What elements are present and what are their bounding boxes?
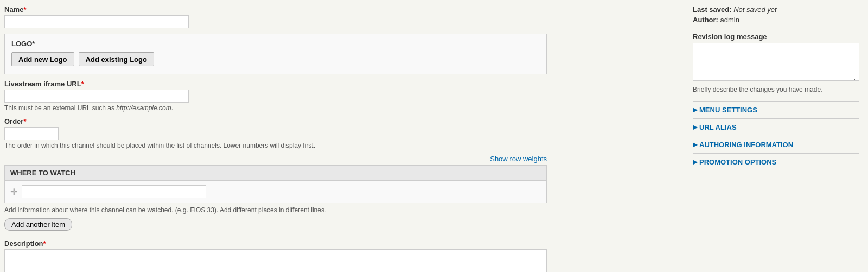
menu-settings-toggle[interactable]: ▶ MENU SETTINGS [693,106,859,114]
authoring-information-toggle[interactable]: ▶ AUTHORING INFORMATION [693,141,859,149]
add-new-logo-button[interactable]: Add new Logo [11,52,74,66]
add-another-item-button[interactable]: Add another item [4,218,72,231]
authoring-information-label: AUTHORING INFORMATION [699,141,793,149]
description-required: * [43,239,46,248]
author-label: Author: [693,16,718,24]
name-label-text: Name [4,5,23,14]
where-to-watch-row: ✛ [5,181,546,203]
logo-title-text: LOGO [11,40,32,48]
authoring-information-triangle: ▶ [693,141,697,148]
sidebar: Last saved: Not saved yet Author: admin … [684,0,868,272]
order-field-group: Order* 0 The order in which this channel… [4,117,675,149]
order-required: * [23,117,26,125]
logo-required: * [32,40,35,48]
name-required: * [23,5,26,14]
url-alias-section: ▶ URL ALIAS [693,118,859,136]
author-value: admin [720,16,739,24]
name-label: Name* [4,5,675,14]
add-existing-logo-button[interactable]: Add existing Logo [79,52,154,66]
livestream-required: * [81,80,84,88]
url-alias-label: URL ALIAS [699,123,737,131]
last-saved-line: Last saved: Not saved yet [693,5,859,14]
order-label: Order* [4,117,675,125]
promotion-options-label: PROMOTION OPTIONS [699,158,776,166]
last-saved-value: Not saved yet [733,5,777,14]
menu-settings-section: ▶ MENU SETTINGS [693,101,859,118]
menu-settings-label: MENU SETTINGS [699,106,757,114]
livestream-help-end: . [171,104,173,112]
order-label-text: Order [4,117,23,125]
livestream-input[interactable] [4,90,189,103]
livestream-help-example: http://example.com [116,104,171,112]
show-row-weights-container: Show row weights [4,155,547,163]
url-alias-triangle: ▶ [693,124,697,131]
logo-section: LOGO* Add new Logo Add existing Logo [4,34,547,74]
where-to-watch-header: WHERE TO WATCH [5,166,546,181]
logo-section-title: LOGO* [11,40,540,48]
description-field-group: Description* [4,239,675,272]
livestream-label-text: Livestream iframe URL [4,80,81,88]
authoring-information-section: ▶ AUTHORING INFORMATION [693,136,859,153]
sidebar-meta: Last saved: Not saved yet Author: admin [693,5,859,24]
livestream-label: Livestream iframe URL* [4,80,675,88]
where-to-watch-section: WHERE TO WATCH ✛ [4,165,547,203]
where-to-watch-input[interactable] [22,185,206,198]
revision-log-section: Revision log message Briefly describe th… [693,33,859,93]
order-help: The order in which this channel should b… [4,142,675,149]
livestream-help-text: This must be an external URL such as [4,104,116,112]
url-alias-toggle[interactable]: ▶ URL ALIAS [693,123,859,131]
livestream-help: This must be an external URL such as htt… [4,104,675,112]
description-textarea[interactable] [4,249,547,272]
revision-log-help: Briefly describe the changes you have ma… [693,86,859,93]
promotion-options-triangle: ▶ [693,159,697,166]
drag-handle-icon[interactable]: ✛ [10,187,17,197]
name-input[interactable] [4,15,189,28]
revision-log-label: Revision log message [693,33,859,41]
name-field-group: Name* [4,5,675,28]
author-line: Author: admin [693,16,859,24]
revision-log-textarea[interactable] [693,43,859,81]
watch-description: Add information about where this channel… [4,206,547,214]
description-label-text: Description [4,239,43,248]
order-input[interactable]: 0 [4,127,59,140]
menu-settings-triangle: ▶ [693,106,697,113]
description-label: Description* [4,239,675,248]
promotion-options-toggle[interactable]: ▶ PROMOTION OPTIONS [693,158,859,166]
logo-buttons: Add new Logo Add existing Logo [11,52,540,66]
last-saved-label: Last saved: [693,5,732,14]
promotion-options-section: ▶ PROMOTION OPTIONS [693,153,859,170]
show-row-weights-link[interactable]: Show row weights [490,155,547,163]
livestream-field-group: Livestream iframe URL* This must be an e… [4,80,675,112]
